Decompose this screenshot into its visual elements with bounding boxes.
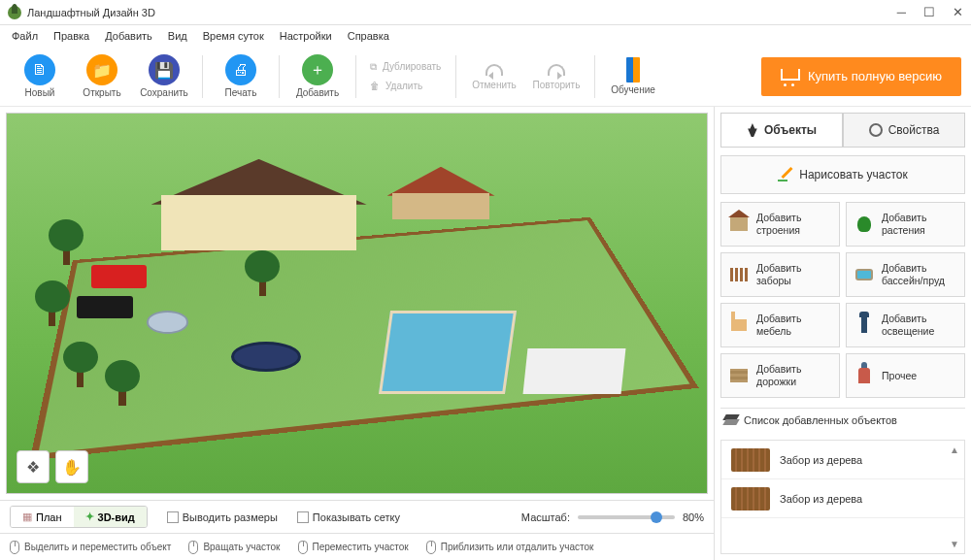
add-plants-button[interactable]: Добавить растения [846,202,965,247]
mouse-icon [426,541,436,554]
minimize-button[interactable]: ─ [897,5,906,19]
menu-view[interactable]: Вид [162,28,193,44]
save-button[interactable]: 💾 Сохранить [134,50,194,103]
add-pools-button[interactable]: Добавить бассейн/пруд [846,252,965,297]
side-panel: Объекты Свойства Нарисовать участок Доба… [715,107,971,560]
scene [7,114,707,493]
draw-plot-button[interactable]: Нарисовать участок [720,155,965,194]
save-icon: 💾 [149,54,180,85]
plant-icon [857,216,871,232]
open-label: Открыть [83,87,120,98]
save-label: Сохранить [140,87,188,98]
mouse-icon [298,541,308,554]
redo-label: Повторить [533,80,581,90]
undo-button[interactable]: Отменить [464,50,524,103]
show-dimensions-checkbox[interactable]: Выводить размеры [167,511,278,523]
undo-label: Отменить [472,80,517,90]
plan-view-button[interactable]: ▦План [11,507,74,527]
mouse-icon [10,541,19,554]
separator [279,55,280,98]
buy-label: Купить полную версию [808,69,942,83]
zoom-label: Масштаб: [521,511,570,523]
print-button[interactable]: 🖨 Печать [211,50,271,103]
zoom-value: 80% [683,511,704,523]
separator [355,55,356,98]
layers-icon [724,414,738,426]
menu-add[interactable]: Добавить [99,28,158,44]
add-other-button[interactable]: Прочее [846,353,965,398]
list-item-label: Забор из дерева [780,454,862,466]
mouse-icon [188,541,198,554]
delete-button[interactable]: 🗑Удалить [370,78,422,95]
scroll-down-icon: ▼ [950,539,959,549]
pan-button[interactable]: ✋ [55,450,88,483]
menubar: Файл Правка Добавить Вид Время суток Нас… [0,25,971,47]
gear-icon [869,123,883,137]
show-grid-checkbox[interactable]: Показывать сетку [297,511,400,523]
window-title: Ландшафтный Дизайн 3D [27,7,897,18]
scroll-up-icon: ▲ [950,445,959,455]
tab-properties[interactable]: Свойства [843,113,965,148]
hint-rotate: Вращать участок [188,541,280,554]
house-icon [730,217,748,231]
print-icon: 🖨 [225,54,256,85]
path-icon [730,369,748,382]
list-item[interactable]: Забор из дерева [721,441,964,479]
new-label: Новый [25,87,55,98]
pool-icon [855,269,873,280]
folder-icon: 📁 [86,54,117,85]
learn-button[interactable]: Обучение [603,50,663,103]
menu-time[interactable]: Время суток [197,28,270,44]
redo-icon [548,64,565,76]
fence-icon [730,268,748,281]
file-icon: 🗎 [24,54,55,85]
scrollbar[interactable]: ▲▼ [947,441,962,553]
pencil-icon [778,168,791,181]
menu-help[interactable]: Справка [342,28,395,44]
light-icon [861,317,867,333]
duplicate-button[interactable]: ⧉Дублировать [370,58,441,76]
duplicate-delete-group: ⧉Дублировать 🗑Удалить [364,50,448,103]
furniture-icon [731,319,747,331]
tree-icon [747,123,758,137]
menu-edit[interactable]: Правка [48,28,95,44]
add-button[interactable]: ＋ Добавить [287,50,348,103]
menu-file[interactable]: Файл [6,28,44,44]
cart-icon [781,69,798,84]
zoom-slider[interactable] [578,515,675,519]
book-icon [626,57,640,82]
list-item-label: Забор из дерева [780,493,862,505]
orbit-button[interactable]: ❖ [17,450,50,483]
app-icon [8,6,21,19]
titlebar: Ландшафтный Дизайн 3D ─ ☐ ✕ [0,0,971,25]
open-button[interactable]: 📁 Открыть [72,50,132,103]
separator [594,55,595,98]
fence-thumb-icon [731,487,770,511]
new-button[interactable]: 🗎 Новый [10,50,70,103]
menu-settings[interactable]: Настройки [274,28,338,44]
hint-pan: Переместить участок [298,541,409,554]
list-item[interactable]: Забор из дерева [721,479,964,518]
add-lighting-button[interactable]: Добавить освещение [846,303,965,347]
maximize-button[interactable]: ☐ [923,5,935,19]
3d-viewport[interactable]: ❖ ✋ [6,113,708,494]
tab-objects[interactable]: Объекты [720,113,843,148]
learn-label: Обучение [611,84,655,95]
trash-icon: 🗑 [370,81,380,91]
plus-icon: ＋ [302,54,333,85]
object-list-header: Список добавленных объектов [720,408,965,432]
add-buildings-button[interactable]: Добавить строения [720,202,840,247]
redo-button[interactable]: Повторить [526,50,586,103]
add-furniture-button[interactable]: Добавить мебель [720,303,840,347]
separator [202,55,203,98]
toolbar: 🗎 Новый 📁 Открыть 💾 Сохранить 🖨 Печать ＋… [0,47,971,107]
hint-bar: Выделить и переместить объект Вращать уч… [0,533,714,560]
3d-view-button[interactable]: ✦3D-вид [74,507,147,527]
hint-zoom: Приблизить или отдалить участок [426,541,594,554]
fence-thumb-icon [731,448,770,472]
gnome-icon [858,368,870,383]
add-paths-button[interactable]: Добавить дорожки [720,353,840,398]
close-button[interactable]: ✕ [953,5,963,19]
add-fences-button[interactable]: Добавить заборы [720,252,840,297]
buy-button[interactable]: Купить полную версию [761,57,961,96]
